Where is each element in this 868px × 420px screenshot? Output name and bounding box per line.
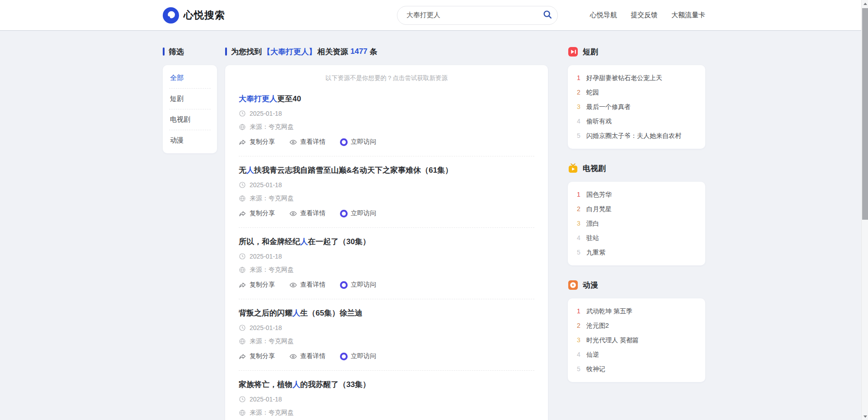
- result-actions: 复制分享 查看详情 立即访问: [239, 138, 534, 146]
- eye-icon: [289, 281, 297, 289]
- search-button[interactable]: [540, 8, 555, 23]
- rank-list-item[interactable]: 3 时光代理人 英都篇: [576, 336, 697, 344]
- result-title[interactable]: 家族将亡，植物人的我苏醒了（33集）: [239, 380, 534, 390]
- copy-share-button[interactable]: 复制分享: [239, 138, 275, 146]
- nav-link-navigation[interactable]: 心悦导航: [590, 11, 617, 19]
- rank-list-item[interactable]: 5 闪婚京圈太子爷：夫人她来自农村: [576, 132, 697, 140]
- scrollbar-thumb[interactable]: [862, 8, 868, 220]
- eye-icon: [289, 353, 297, 360]
- rank-list-item[interactable]: 4 偷听有戏: [576, 117, 697, 126]
- result-actions: 复制分享 查看详情 立即访问: [239, 209, 534, 217]
- rank-number: 3: [576, 336, 581, 344]
- result-source: 来源：夸克网盘: [250, 266, 294, 274]
- result-date: 2025-01-18: [250, 110, 282, 117]
- rank-list-item[interactable]: 1 国色芳华: [576, 190, 697, 199]
- visit-now-button[interactable]: 立即访问: [340, 138, 376, 146]
- copy-share-label: 复制分享: [250, 281, 275, 289]
- visit-now-label: 立即访问: [351, 281, 376, 289]
- view-detail-button[interactable]: 查看详情: [289, 281, 326, 289]
- result-title[interactable]: 大奉打更人更至40: [239, 94, 534, 104]
- rank-list-item[interactable]: 5 牧神记: [576, 365, 697, 373]
- nav-link-feedback[interactable]: 提交反馈: [631, 11, 658, 19]
- rank-section: 电视剧 1 国色芳华 2 白月梵星 3 漂白 4 驻站 5 九重紫: [568, 163, 705, 265]
- site-logo[interactable]: 心悦搜索: [163, 7, 225, 24]
- filter-header: 筛选: [163, 46, 217, 57]
- nav-link-data-card[interactable]: 大额流量卡: [671, 11, 705, 19]
- rank-section-header: 短剧: [568, 46, 705, 57]
- result-date-row: 2025-01-18: [239, 253, 534, 260]
- copy-share-label: 复制分享: [250, 209, 275, 217]
- top-header: 心悦搜索 心悦导航 提交反馈 大额流量卡: [0, 0, 868, 31]
- window-scrollbar[interactable]: [861, 0, 868, 420]
- scroll-up-arrow[interactable]: [862, 0, 868, 7]
- rank-list-item[interactable]: 5 九重紫: [576, 248, 697, 257]
- accent-bar: [225, 47, 227, 56]
- rank-card: 1 好孕甜妻被钻石老公宠上天 2 蛇园 3 最后一个修真者 4 偷听有戏 5 闪…: [568, 65, 705, 149]
- rank-list-item[interactable]: 4 仙逆: [576, 350, 697, 359]
- globe-icon: [239, 123, 246, 131]
- rank-number: 1: [576, 190, 581, 199]
- copy-share-button[interactable]: 复制分享: [239, 209, 275, 217]
- results-card: 以下资源不是你想要的？点击尝试获取新资源 大奉打更人更至40 2025-01-1…: [225, 65, 548, 420]
- copy-share-button[interactable]: 复制分享: [239, 352, 275, 360]
- rank-number: 5: [576, 248, 581, 257]
- filter-item-0[interactable]: 全部: [169, 68, 211, 89]
- result-date: 2025-01-18: [250, 324, 282, 331]
- rank-number: 4: [576, 234, 581, 242]
- rank-item-title: 九重紫: [586, 248, 605, 257]
- rank-list-item[interactable]: 2 白月梵星: [576, 205, 697, 213]
- copy-share-button[interactable]: 复制分享: [239, 281, 275, 289]
- rank-section-header: 动漫: [568, 279, 705, 290]
- rank-list-item[interactable]: 2 蛇园: [576, 88, 697, 97]
- rank-list-item[interactable]: 2 沧元图2: [576, 321, 697, 330]
- result-date-row: 2025-01-18: [239, 181, 534, 189]
- scroll-down-arrow[interactable]: [862, 413, 868, 420]
- copy-share-label: 复制分享: [250, 352, 275, 360]
- rank-list-item[interactable]: 3 最后一个修真者: [576, 103, 697, 111]
- refresh-resources-link[interactable]: 以下资源不是你想要的？点击尝试获取新资源: [239, 72, 534, 85]
- globe-icon: [239, 338, 246, 345]
- filter-item-3[interactable]: 动漫: [169, 130, 211, 151]
- results-main: 为您找到 【大奉打更人】 相关资源 1477 条 以下资源不是你想要的？点击尝试…: [225, 46, 548, 420]
- results-header: 为您找到 【大奉打更人】 相关资源 1477 条: [225, 46, 548, 57]
- visit-now-button[interactable]: 立即访问: [340, 209, 376, 217]
- visit-circle-icon: [340, 138, 348, 146]
- result-title[interactable]: 无人扶我青云志我自踏雪至山巅&名动天下之家事难休（61集）: [239, 165, 534, 175]
- visit-now-label: 立即访问: [351, 138, 376, 146]
- rank-list-item[interactable]: 3 漂白: [576, 219, 697, 228]
- rank-number: 1: [576, 307, 581, 316]
- result-source-row: 来源：夸克网盘: [239, 123, 534, 131]
- rank-item-title: 闪婚京圈太子爷：夫人她来自农村: [586, 132, 681, 140]
- top-nav: 心悦导航 提交反馈 大额流量卡: [590, 11, 705, 19]
- eye-icon: [289, 210, 297, 217]
- short-drama-icon: [568, 47, 578, 57]
- result-source-row: 来源：夸克网盘: [239, 194, 534, 203]
- summary-prefix: 为您找到: [231, 47, 262, 57]
- visit-now-button[interactable]: 立即访问: [340, 281, 376, 289]
- rank-item-title: 白月梵星: [586, 205, 612, 213]
- rank-item-title: 偷听有戏: [586, 117, 612, 126]
- rank-section: 动漫 1 武动乾坤 第五季 2 沧元图2 3 时光代理人 英都篇 4 仙逆 5 …: [568, 279, 705, 382]
- view-detail-button[interactable]: 查看详情: [289, 209, 326, 217]
- rank-list-item[interactable]: 1 好孕甜妻被钻石老公宠上天: [576, 74, 697, 82]
- filter-item-1[interactable]: 短剧: [169, 89, 211, 109]
- view-detail-button[interactable]: 查看详情: [289, 352, 326, 360]
- filter-sidebar: 筛选 全部短剧电视剧动漫: [163, 46, 217, 153]
- filter-item-2[interactable]: 电视剧: [169, 109, 211, 130]
- rank-number: 2: [576, 88, 581, 97]
- visit-now-button[interactable]: 立即访问: [340, 352, 376, 360]
- result-source-row: 来源：夸克网盘: [239, 337, 534, 345]
- result-date-row: 2025-01-18: [239, 110, 534, 117]
- globe-icon: [239, 266, 246, 274]
- rank-list-item[interactable]: 4 驻站: [576, 234, 697, 242]
- view-detail-button[interactable]: 查看详情: [289, 138, 326, 146]
- rank-list-item[interactable]: 1 武动乾坤 第五季: [576, 307, 697, 316]
- result-title[interactable]: 所以，和金牌经纪人在一起了（30集）: [239, 237, 534, 247]
- rank-item-title: 好孕甜妻被钻石老公宠上天: [586, 74, 662, 82]
- search-box: [397, 6, 558, 25]
- anime-icon: [568, 280, 578, 290]
- search-input[interactable]: [397, 6, 558, 25]
- result-actions: 复制分享 查看详情 立即访问: [239, 352, 534, 360]
- result-title[interactable]: 背叛之后的闪耀人生（65集）徐兰迪: [239, 308, 534, 318]
- rank-number: 1: [576, 74, 581, 82]
